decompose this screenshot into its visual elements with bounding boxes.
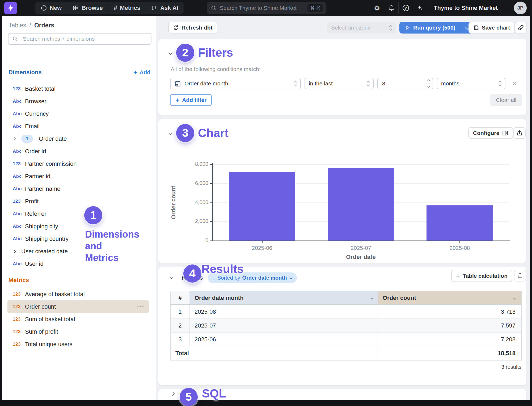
app-logo[interactable] bbox=[4, 2, 17, 14]
sidebar-item-email[interactable]: AbcEmail bbox=[7, 120, 149, 132]
global-search-input[interactable] bbox=[220, 5, 307, 11]
annotation-label: Dimensions and Metrics bbox=[85, 229, 139, 264]
bar-2025-06[interactable] bbox=[229, 172, 295, 241]
text-field-icon: Abc bbox=[13, 124, 25, 129]
sidebar-item-label: User created date bbox=[21, 248, 68, 255]
breadcrumb: Tables / Orders bbox=[9, 22, 54, 29]
user-avatar[interactable]: JP bbox=[514, 2, 527, 14]
sidebar-item-partner-commission[interactable]: 123Partner commission bbox=[7, 158, 149, 170]
expand-chevron-icon[interactable] bbox=[171, 392, 175, 396]
help-icon: ? bbox=[403, 5, 409, 11]
sidebar-item-sum-of-profit[interactable]: 123Sum of profit bbox=[7, 325, 149, 338]
filters-section-title: Filters bbox=[198, 46, 233, 59]
nav-item-metrics[interactable]: # Metrics bbox=[108, 2, 146, 14]
metrics-list: 123Average of basket total123Order count… bbox=[2, 288, 156, 350]
collapse-chevron-icon[interactable] bbox=[170, 275, 174, 279]
sidebar-item-average-of-basket-total[interactable]: 123Average of basket total bbox=[7, 288, 149, 300]
chevron-right-icon[interactable] bbox=[13, 137, 16, 140]
sidebar-item-label: Partner id bbox=[25, 173, 50, 180]
sidebar-item-order-count[interactable]: 123Order count··· bbox=[7, 300, 149, 313]
org-switcher[interactable]: Thyme to Shine Market bbox=[427, 2, 504, 14]
filter-value-input[interactable] bbox=[378, 80, 418, 87]
chevron-right-icon[interactable] bbox=[13, 250, 16, 253]
active-fields-badge: 1 bbox=[21, 135, 33, 143]
column-header-label: Order date month bbox=[195, 295, 244, 301]
metrics-header: Metrics bbox=[9, 277, 29, 284]
column-header-order-date-month[interactable]: Order date month bbox=[190, 291, 378, 304]
table-calculation-button[interactable]: + Table calculation bbox=[451, 270, 512, 282]
breadcrumb-parent[interactable]: Tables bbox=[9, 22, 26, 29]
timezone-select[interactable]: Select timezone bbox=[327, 22, 396, 34]
number-field-icon: 123 bbox=[13, 199, 25, 204]
clear-all-filters-button[interactable]: Clear all bbox=[490, 94, 522, 106]
chevron-down-icon[interactable] bbox=[370, 296, 373, 299]
sidebar-item-sum-of-basket-total[interactable]: 123Sum of basket total bbox=[7, 313, 149, 325]
y-tick-label: 8,000 bbox=[174, 161, 208, 167]
nav-item-ask-ai[interactable]: Ask AI bbox=[146, 2, 184, 14]
results-count: 3 results bbox=[501, 364, 521, 370]
x-tick-label: 2025-08 bbox=[430, 245, 489, 251]
sidebar-item-basket-total[interactable]: 123Basket total bbox=[7, 82, 149, 95]
column-header--[interactable]: # bbox=[171, 291, 190, 304]
breadcrumb-current: Orders bbox=[34, 22, 54, 29]
sidebar-item-currency[interactable]: AbcCurrency bbox=[7, 107, 149, 120]
row-index-cell: 3 bbox=[171, 333, 190, 346]
add-dimension-button[interactable]: + Add bbox=[134, 69, 150, 76]
nav-item-new[interactable]: New bbox=[35, 2, 67, 14]
number-field-icon: 123 bbox=[13, 292, 25, 297]
add-filter-button[interactable]: + Add filter bbox=[170, 94, 212, 106]
y-tick-label: 4,000 bbox=[174, 199, 208, 205]
column-header-order-count[interactable]: Order count bbox=[378, 291, 521, 304]
filter-field-select[interactable]: Order date month bbox=[170, 78, 301, 89]
share-link-button[interactable] bbox=[515, 22, 527, 34]
dimensions-title: Dimensions bbox=[9, 69, 42, 76]
refresh-dbt-button[interactable]: Refresh dbt bbox=[168, 22, 217, 34]
chart-section-title: Chart bbox=[198, 126, 229, 140]
number-field-icon: 123 bbox=[13, 342, 25, 347]
bar-2025-07[interactable] bbox=[328, 168, 394, 241]
nav-item-browse[interactable]: Browse bbox=[67, 2, 108, 14]
number-field-icon: 123 bbox=[13, 304, 25, 309]
sidebar-item-label: Email bbox=[25, 123, 40, 130]
help-button[interactable]: ? bbox=[399, 2, 413, 14]
stepper-down-button[interactable] bbox=[424, 84, 433, 89]
x-axis-line bbox=[212, 241, 510, 241]
selector-icon bbox=[367, 81, 369, 86]
sidebar-item-order-id[interactable]: AbcOrder id bbox=[7, 145, 149, 158]
collapse-chevron-icon[interactable] bbox=[168, 131, 173, 135]
global-search[interactable]: ⌘+K bbox=[207, 2, 326, 14]
annotation-step-badge: 1 bbox=[84, 206, 102, 224]
sidebar-item-order-date[interactable]: 1Order date bbox=[7, 132, 149, 145]
hash-icon: # bbox=[114, 4, 117, 12]
stepper-up-button[interactable] bbox=[424, 78, 433, 84]
chart-section: 3 Chart Configure Order count Order date… bbox=[158, 119, 526, 263]
ai-sparkles-button[interactable] bbox=[413, 2, 427, 14]
sidebar-item-profit[interactable]: 123Profit bbox=[7, 195, 149, 208]
nav-item-label: Browse bbox=[82, 5, 103, 11]
filter-operator-select[interactable]: in the last bbox=[305, 78, 374, 89]
x-tick-label: 2025-06 bbox=[233, 245, 291, 251]
settings-button[interactable]: ⚙ bbox=[370, 2, 384, 14]
plus-icon: + bbox=[456, 272, 460, 280]
fields-search-input[interactable] bbox=[8, 33, 151, 45]
save-chart-button[interactable]: Save chart bbox=[468, 22, 515, 34]
export-results-button[interactable] bbox=[514, 270, 526, 281]
filter-unit-select[interactable]: months bbox=[437, 78, 505, 89]
sidebar-item-total-unique-users[interactable]: 123Total unique users bbox=[7, 338, 149, 350]
collapse-chevron-icon[interactable] bbox=[168, 51, 173, 55]
sidebar-item-partner-name[interactable]: AbcPartner name bbox=[7, 183, 149, 195]
sidebar-item-partner-id[interactable]: AbcPartner id bbox=[7, 170, 149, 183]
item-menu-button[interactable]: ··· bbox=[137, 303, 149, 310]
number-field-icon: 123 bbox=[13, 329, 25, 334]
chevron-down-icon[interactable] bbox=[513, 296, 516, 299]
run-query-button[interactable]: Run query (500) bbox=[399, 22, 473, 34]
selector-icon bbox=[499, 81, 501, 86]
remove-filter-button[interactable]: × bbox=[509, 78, 520, 89]
bar-2025-08[interactable] bbox=[427, 205, 493, 241]
search-icon bbox=[12, 36, 18, 42]
sidebar-item-browser[interactable]: AbcBrowser bbox=[7, 95, 149, 107]
notifications-button[interactable] bbox=[384, 2, 399, 14]
save-chart-label: Save chart bbox=[482, 24, 510, 31]
run-query-main[interactable]: Run query (500) bbox=[399, 22, 461, 34]
y-tick-label: 0 bbox=[174, 237, 208, 243]
